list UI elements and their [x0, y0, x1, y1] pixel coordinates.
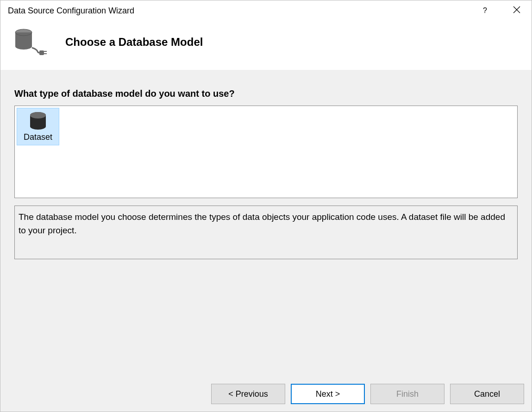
- model-question: What type of database model do you want …: [14, 88, 518, 99]
- wizard-header: Choose a Database Model: [0, 19, 532, 70]
- model-list[interactable]: Dataset: [14, 106, 518, 198]
- titlebar-controls: ?: [479, 4, 524, 17]
- svg-point-4: [15, 43, 32, 50]
- svg-point-11: [30, 123, 46, 130]
- database-icon: [28, 111, 48, 131]
- model-item-label: Dataset: [24, 132, 52, 142]
- finish-button: Finish: [370, 384, 444, 404]
- wizard-step-title: Choose a Database Model: [65, 36, 203, 49]
- close-button[interactable]: [509, 4, 524, 17]
- titlebar: Data Source Configuration Wizard ?: [0, 0, 532, 19]
- model-item-dataset[interactable]: Dataset: [17, 108, 59, 145]
- wizard-content: What type of database model do you want …: [0, 70, 532, 378]
- next-button[interactable]: Next >: [291, 384, 365, 404]
- previous-button[interactable]: < Previous: [211, 384, 285, 404]
- svg-point-12: [30, 112, 46, 119]
- database-plug-icon: [13, 28, 47, 56]
- cancel-button[interactable]: Cancel: [450, 384, 524, 404]
- model-description: The database model you choose determines…: [14, 206, 518, 259]
- svg-rect-6: [39, 50, 44, 55]
- close-icon: [513, 6, 520, 13]
- window-title: Data Source Configuration Wizard: [8, 6, 479, 16]
- help-button[interactable]: ?: [479, 5, 491, 17]
- wizard-footer: < Previous Next > Finish Cancel: [0, 378, 532, 412]
